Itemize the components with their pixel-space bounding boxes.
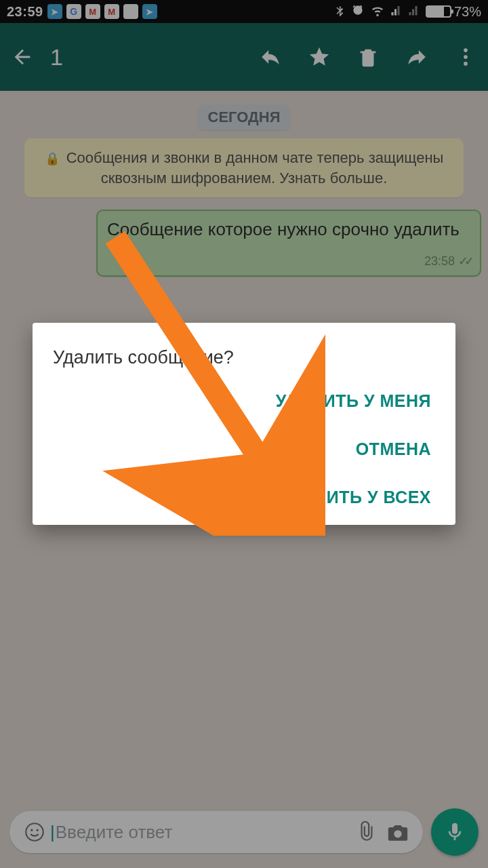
- delete-for-all-button[interactable]: УДАЛИТЬ У ВСЕХ: [279, 488, 431, 507]
- delete-for-me-button[interactable]: УДАЛИТЬ У МЕНЯ: [276, 391, 431, 411]
- delete-dialog: Удалить сообщение? УДАЛИТЬ У МЕНЯ ОТМЕНА…: [33, 323, 455, 525]
- dialog-title: Удалить сообщение?: [53, 347, 435, 368]
- cancel-button[interactable]: ОТМЕНА: [356, 439, 431, 459]
